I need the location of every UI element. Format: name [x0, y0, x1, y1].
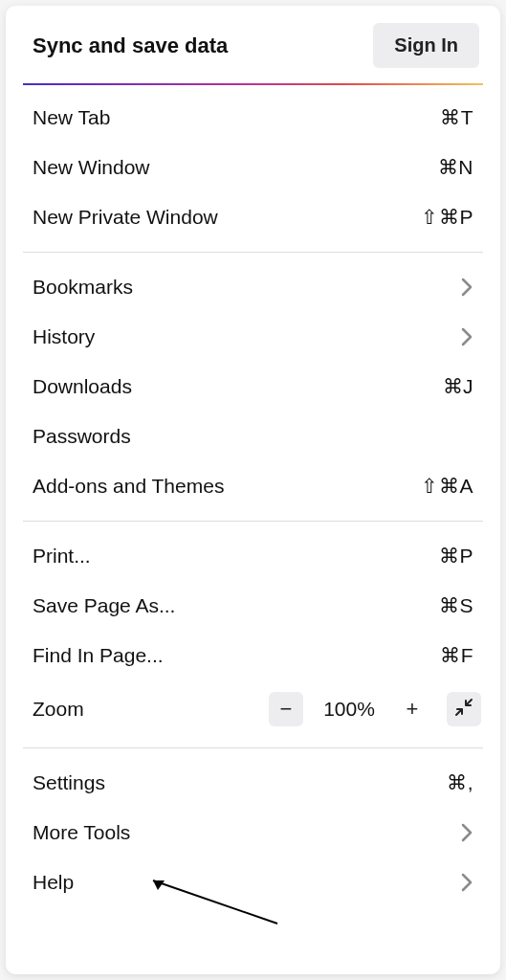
shortcut: ⇧⌘A — [421, 475, 473, 498]
menu-item-label: Find In Page... — [33, 644, 440, 667]
menu-item-label: Downloads — [33, 375, 443, 398]
menu-settings[interactable]: Settings ⌘, — [6, 758, 500, 808]
menu-item-label: New Tab — [33, 106, 440, 129]
menu-item-label: Print... — [33, 545, 439, 568]
divider — [23, 747, 483, 748]
group-page: Print... ⌘P Save Page As... ⌘S Find In P… — [6, 523, 500, 746]
menu-new-window[interactable]: New Window ⌘N — [6, 143, 500, 192]
shortcut: ⌘T — [440, 106, 473, 129]
fullscreen-exit-icon — [454, 698, 473, 722]
app-menu: Sync and save data Sign In New Tab ⌘T Ne… — [6, 6, 500, 974]
menu-zoom: Zoom − 100% + — [6, 680, 500, 738]
menu-addons-themes[interactable]: Add-ons and Themes ⇧⌘A — [6, 461, 500, 511]
menu-more-tools[interactable]: More Tools — [6, 808, 500, 858]
shortcut: ⌘N — [438, 156, 473, 179]
zoom-label: Zoom — [33, 698, 269, 721]
shortcut: ⌘F — [440, 644, 473, 667]
divider — [23, 521, 483, 522]
shortcut: ⌘, — [447, 771, 473, 794]
shortcut: ⌘J — [443, 375, 474, 398]
menu-item-label: New Window — [33, 156, 438, 179]
menu-find-in-page[interactable]: Find In Page... ⌘F — [6, 631, 500, 680]
zoom-controls: − 100% + — [269, 692, 481, 726]
menu-bookmarks[interactable]: Bookmarks — [6, 262, 500, 312]
menu-item-label: More Tools — [33, 821, 460, 844]
menu-downloads[interactable]: Downloads ⌘J — [6, 362, 500, 412]
menu-new-private-window[interactable]: New Private Window ⇧⌘P — [6, 192, 500, 242]
menu-item-label: Help — [33, 871, 460, 894]
group-settings: Settings ⌘, More Tools Help — [6, 750, 500, 915]
fullscreen-button[interactable] — [447, 692, 481, 726]
menu-item-label: Settings — [33, 771, 447, 794]
menu-history[interactable]: History — [6, 312, 500, 362]
minus-icon: − — [280, 697, 293, 722]
group-library: Bookmarks History Downloads ⌘J Passwords… — [6, 255, 500, 519]
menu-save-page-as[interactable]: Save Page As... ⌘S — [6, 581, 500, 631]
menu-item-label: Bookmarks — [33, 276, 460, 299]
zoom-value: 100% — [320, 698, 378, 721]
sign-in-button[interactable]: Sign In — [373, 23, 479, 68]
divider — [23, 252, 483, 253]
shortcut: ⌘P — [439, 545, 473, 568]
menu-item-label: Passwords — [33, 425, 473, 448]
plus-icon: + — [407, 697, 419, 722]
shortcut: ⇧⌘P — [421, 206, 473, 229]
menu-header: Sync and save data Sign In — [6, 6, 500, 83]
group-new: New Tab ⌘T New Window ⌘N New Private Win… — [6, 85, 500, 250]
chevron-right-icon — [460, 277, 473, 298]
menu-new-tab[interactable]: New Tab ⌘T — [6, 93, 500, 143]
sync-title: Sync and save data — [33, 33, 228, 58]
chevron-right-icon — [460, 326, 473, 347]
zoom-out-button[interactable]: − — [269, 692, 303, 726]
menu-item-label: New Private Window — [33, 206, 421, 229]
zoom-in-button[interactable]: + — [395, 692, 429, 726]
chevron-right-icon — [460, 872, 473, 893]
menu-item-label: Add-ons and Themes — [33, 475, 421, 498]
menu-print[interactable]: Print... ⌘P — [6, 531, 500, 581]
shortcut: ⌘S — [439, 594, 473, 617]
menu-item-label: Save Page As... — [33, 594, 439, 617]
chevron-right-icon — [460, 822, 473, 843]
menu-item-label: History — [33, 325, 460, 348]
menu-passwords[interactable]: Passwords — [6, 412, 500, 461]
menu-help[interactable]: Help — [6, 858, 500, 907]
